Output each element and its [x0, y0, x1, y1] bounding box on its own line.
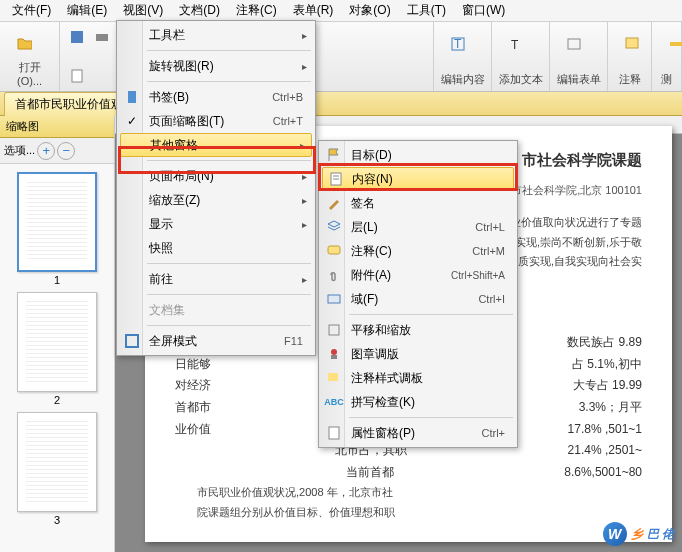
- menu-item-bookmark[interactable]: 书签(B)Ctrl+B: [119, 85, 313, 109]
- menu-file[interactable]: 文件(F): [4, 0, 59, 21]
- menu-item-goto[interactable]: 前往: [119, 267, 313, 291]
- annotate-label: 注释: [614, 72, 645, 87]
- menu-item-properties[interactable]: 属性窗格(P)Ctrl+: [321, 421, 515, 445]
- doc-icon: [69, 68, 85, 84]
- annotate-button[interactable]: [614, 26, 650, 62]
- props-icon: [325, 424, 343, 442]
- text-icon: T: [508, 36, 524, 52]
- svg-rect-7: [626, 38, 638, 48]
- svg-text:T: T: [454, 37, 462, 51]
- menu-item-field[interactable]: 域(F)Ctrl+I: [321, 287, 515, 311]
- menu-item-thumbnails[interactable]: ✓页面缩略图(T)Ctrl+T: [119, 109, 313, 133]
- menu-item-display[interactable]: 显示: [119, 212, 313, 236]
- zoom-out-button[interactable]: −: [57, 142, 75, 160]
- menu-item-layout[interactable]: 页面布局(N): [119, 164, 313, 188]
- svg-rect-19: [328, 373, 338, 381]
- menu-window[interactable]: 窗口(W): [454, 0, 513, 21]
- content-icon: [327, 170, 345, 188]
- open-button[interactable]: [6, 26, 42, 60]
- tool-btn[interactable]: [66, 65, 88, 87]
- measure-button[interactable]: [658, 26, 682, 62]
- clip-icon: [325, 266, 343, 284]
- field-icon: [325, 290, 343, 308]
- menu-item-content[interactable]: 内容(N): [322, 167, 514, 191]
- menu-item-layer[interactable]: 层(L)Ctrl+L: [321, 215, 515, 239]
- fullscreen-icon: [123, 332, 141, 350]
- folder-icon: [16, 35, 32, 51]
- thumb-icon: ✓: [123, 112, 141, 130]
- menu-item-comment-style[interactable]: 注释样式调板: [321, 366, 515, 390]
- stamp-icon: [325, 345, 343, 363]
- document-tab[interactable]: 首都市民职业价值观: [4, 92, 134, 116]
- toolbar: 打开(O)... T 编辑内容 T 添加文本 编辑表单 注释 测: [0, 22, 682, 92]
- svg-rect-10: [126, 335, 138, 347]
- edit-form-button[interactable]: [556, 26, 592, 62]
- menu-item-toolbar[interactable]: 工具栏: [119, 23, 313, 47]
- svg-rect-16: [329, 325, 339, 335]
- print-icon: [94, 29, 110, 45]
- edit-content-button[interactable]: T: [440, 26, 476, 62]
- svg-rect-14: [328, 246, 340, 254]
- form-icon: [566, 36, 582, 52]
- thumbnail[interactable]: [17, 292, 97, 392]
- spell-icon: ABC: [325, 393, 343, 411]
- sidebar-title: 缩略图: [0, 116, 114, 138]
- panzoom-icon: [325, 321, 343, 339]
- layer-icon: [325, 218, 343, 236]
- tabbar: 首都市民职业价值观: [0, 92, 682, 116]
- menu-item-attachment[interactable]: 附件(A)Ctrl+Shift+A: [321, 263, 515, 287]
- svg-rect-0: [71, 31, 83, 43]
- svg-rect-1: [96, 34, 108, 41]
- pen-icon: [325, 194, 343, 212]
- logo-icon: W: [603, 522, 627, 546]
- page-number: 1: [17, 274, 97, 286]
- watermark: W 乡巴 佬: [603, 522, 674, 546]
- page-number: 2: [17, 394, 97, 406]
- note-icon: [624, 36, 640, 52]
- add-text-button[interactable]: T: [498, 26, 534, 62]
- menu-form[interactable]: 表单(R): [285, 0, 342, 21]
- menu-view[interactable]: 视图(V): [115, 0, 171, 21]
- menu-tool[interactable]: 工具(T): [399, 0, 454, 21]
- menu-document[interactable]: 文档(D): [171, 0, 228, 21]
- save-button[interactable]: [66, 26, 88, 48]
- svg-rect-8: [670, 42, 682, 46]
- comment-icon: [325, 242, 343, 260]
- options-dropdown[interactable]: 选项...: [4, 143, 35, 158]
- thumbnail[interactable]: [17, 412, 97, 512]
- edit-form-label: 编辑表单: [556, 72, 601, 87]
- menu-object[interactable]: 对象(O): [341, 0, 398, 21]
- menu-item-zoom[interactable]: 缩放至(Z): [119, 188, 313, 212]
- other-panes-menu: 目标(D) 内容(N) 签名 层(L)Ctrl+L 注释(C)Ctrl+M 附件…: [318, 140, 518, 448]
- tool-btn[interactable]: [92, 65, 114, 87]
- doc-text: 院课题组分别从价值目标、价值理想和职: [175, 503, 642, 523]
- menu-item-fullscreen[interactable]: 全屏模式F11: [119, 329, 313, 353]
- measure-label: 测: [658, 72, 675, 87]
- menu-item-panzoom[interactable]: 平移和缩放: [321, 318, 515, 342]
- svg-point-17: [331, 349, 337, 355]
- menubar: 文件(F) 编辑(E) 视图(V) 文档(D) 注释(C) 表单(R) 对象(O…: [0, 0, 682, 22]
- svg-rect-15: [328, 295, 340, 303]
- page-number: 3: [17, 514, 97, 526]
- menu-item-rotate[interactable]: 旋转视图(R): [119, 54, 313, 78]
- menu-item-comment[interactable]: 注释(C)Ctrl+M: [321, 239, 515, 263]
- menu-item-spellcheck[interactable]: ABC拼写检查(K): [321, 390, 515, 414]
- menu-item-signature[interactable]: 签名: [321, 191, 515, 215]
- svg-rect-18: [331, 355, 337, 359]
- thumbnail[interactable]: [17, 172, 97, 272]
- edit-icon: T: [450, 36, 466, 52]
- sidebar: 缩略图 选项... + − 1 2 3: [0, 116, 115, 552]
- ruler-icon: [668, 36, 682, 52]
- menu-item-stamp[interactable]: 图章调版: [321, 342, 515, 366]
- zoom-in-button[interactable]: +: [37, 142, 55, 160]
- menu-item-other-panes[interactable]: 其他窗格: [120, 133, 312, 157]
- thumbnails: 1 2 3: [0, 164, 114, 552]
- open-label: 打开(O)...: [6, 60, 53, 87]
- doc-text: 市民职业价值观状况,2008 年，北京市社: [175, 483, 642, 503]
- menu-item-snapshot[interactable]: 快照: [119, 236, 313, 260]
- flag-icon: [325, 146, 343, 164]
- print-button[interactable]: [92, 26, 114, 48]
- menu-item-target[interactable]: 目标(D): [321, 143, 515, 167]
- menu-edit[interactable]: 编辑(E): [59, 0, 115, 21]
- menu-comment[interactable]: 注释(C): [228, 0, 285, 21]
